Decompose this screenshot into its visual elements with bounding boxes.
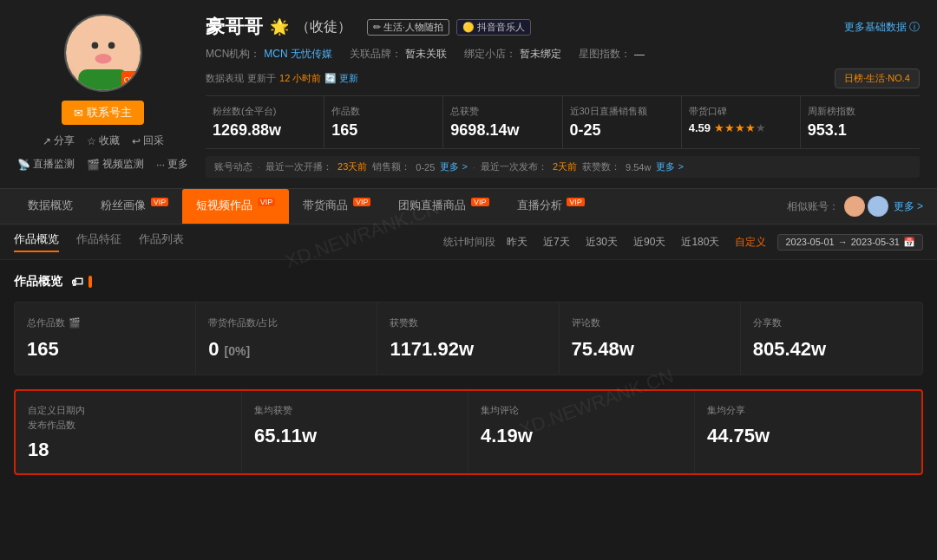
star-rating: ★★★★★ xyxy=(714,121,766,134)
action-links: ↗ 分享 ☆ 收藏 ↩ 回采 xyxy=(43,133,164,148)
share-link[interactable]: ↗ 分享 xyxy=(43,133,75,148)
date-range-picker[interactable]: 2023-05-01 → 2023-05-31 📅 xyxy=(777,234,923,251)
time-btn-90days[interactable]: 近90天 xyxy=(629,233,670,251)
similar-avatar-1[interactable] xyxy=(844,196,865,217)
profile-section: QR ✉ 联系号主 ↗ 分享 ☆ 收藏 ↩ 回采 xyxy=(0,0,937,189)
video-monitor-link[interactable]: 🎬 视频监测 xyxy=(87,157,144,172)
avg-shares-card: 集均分享 44.75w xyxy=(695,391,921,473)
platform-tag: 🟡 抖音音乐人 xyxy=(456,19,531,36)
subnav-overview[interactable]: 作品概览 xyxy=(14,231,59,252)
similar-avatars xyxy=(844,196,888,217)
tab-short-video[interactable]: 短视频作品 VIP xyxy=(182,189,289,224)
custom-date-posts-card: 自定义日期内 发布作品数 18 xyxy=(16,391,242,473)
svg-point-2 xyxy=(108,42,115,49)
bottom-stats-grid: 自定义日期内 发布作品数 18 集均获赞 65.11w 集均评论 4.19w 集… xyxy=(14,389,923,475)
vip-badge: VIP xyxy=(151,198,169,206)
name-badge: 🌟 xyxy=(270,17,289,36)
svg-point-1 xyxy=(91,42,98,49)
contact-host-button[interactable]: ✉ 联系号主 xyxy=(62,101,144,125)
likes-more-link[interactable]: 更多 > xyxy=(656,160,683,173)
time-btn-30days[interactable]: 近30天 xyxy=(581,233,622,251)
tab-data-overview[interactable]: 数据概览 xyxy=(14,189,87,224)
contact-icon: ✉ xyxy=(74,107,83,120)
collect-link[interactable]: ☆ 收藏 xyxy=(87,133,120,148)
data-update-info: 数据表现 更新于 12 小时前 🔄 更新 xyxy=(206,72,358,85)
nav-tabs: 数据概览 粉丝画像 VIP 短视频作品 VIP 带货商品 VIP 团购直播商品 … xyxy=(0,189,937,225)
sales-more-link[interactable]: 更多 > xyxy=(440,160,467,173)
sub-nav-left: 作品概览 作品特征 作品列表 xyxy=(14,231,184,252)
time-btn-180days[interactable]: 近180天 xyxy=(677,233,724,251)
dots-icon: ··· xyxy=(156,159,165,171)
total-works-card: 总作品数 🎬 165 xyxy=(15,303,196,374)
vip-badge-5: VIP xyxy=(567,198,585,206)
carry-works-card: 带货作品数/占比 0 [0%] xyxy=(196,303,377,374)
category-tag: ✏ 生活·人物随拍 xyxy=(367,19,449,36)
live-monitor-link[interactable]: 📡 直播监测 xyxy=(17,157,75,172)
profile-top-row: 豪哥哥 🌟 （收徒） ✏ 生活·人物随拍 🟡 抖音音乐人 更多基础数据 ⓘ xyxy=(206,14,920,40)
refresh-button[interactable]: 🔄 更新 xyxy=(324,72,358,85)
subnav-features[interactable]: 作品特征 xyxy=(76,231,121,252)
vip-badge-4: VIP xyxy=(471,198,489,206)
star-index-item: 星图指数： — xyxy=(579,47,645,62)
tab-live-analysis[interactable]: 直播分析 VIP xyxy=(503,189,599,224)
weekly-index-stat: 周新榜指数 953.1 xyxy=(801,96,920,148)
section-title: 作品概览 🏷 xyxy=(14,274,923,290)
similar-accounts: 相似账号： 更多 > xyxy=(787,196,923,217)
tag-group: ✏ 生活·人物随拍 🟡 抖音音乐人 xyxy=(367,19,531,36)
rank-badge: 日榜·生活·NO.4 xyxy=(835,68,920,88)
video-icon-card: 🎬 xyxy=(69,317,81,329)
avatar: QR xyxy=(64,14,142,92)
works-stat: 作品数 165 xyxy=(324,96,443,148)
account-dynamic: 账号动态 · 最近一次开播： 23天前 销售额： 0-25 更多 > · 最近一… xyxy=(206,156,920,178)
monitor-links: 📡 直播监测 🎬 视频监测 ··· 更多 xyxy=(17,157,188,172)
tab-fans-portrait[interactable]: 粉丝画像 VIP xyxy=(87,189,182,224)
avg-likes-card: 集均获赞 65.11w xyxy=(242,391,468,473)
sub-nav: 作品概览 作品特征 作品列表 统计时间段 昨天 近7天 近30天 近90天 近1… xyxy=(0,225,937,260)
time-btn-7days[interactable]: 近7天 xyxy=(539,233,574,251)
subnav-list[interactable]: 作品列表 xyxy=(139,231,184,252)
svg-point-0 xyxy=(76,23,129,75)
top-stats-grid: 总作品数 🎬 165 带货作品数/占比 0 [0%] 获赞数 1171.92w … xyxy=(14,302,923,375)
back-link[interactable]: ↩ 回采 xyxy=(132,133,164,148)
more-monitor-link[interactable]: ··· 更多 xyxy=(156,157,188,172)
time-btn-yesterday[interactable]: 昨天 xyxy=(502,233,532,251)
shop-item: 绑定小店： 暂未绑定 xyxy=(464,47,561,62)
carry-score-stat: 带货口碑 4.59 ★★★★★ xyxy=(682,96,801,148)
similar-avatar-2[interactable] xyxy=(868,196,888,217)
avg-comments-card: 集均评论 4.19w xyxy=(468,391,695,473)
time-btn-custom[interactable]: 自定义 xyxy=(731,233,770,251)
time-range: 统计时间段 昨天 近7天 近30天 近90天 近180天 自定义 2023-05… xyxy=(443,233,923,251)
stats-row: 粉丝数(全平台) 1269.88w 作品数 165 总获赞 9698.14w 近… xyxy=(206,95,920,149)
qr-badge: QR xyxy=(121,71,139,88)
tab-group-live[interactable]: 团购直播商品 VIP xyxy=(384,189,502,224)
likes-card: 获赞数 1171.92w xyxy=(377,303,559,374)
shares-card: 分享数 805.42w xyxy=(741,303,922,374)
video-icon: 🎬 xyxy=(87,159,100,171)
similar-more-link[interactable]: 更多 > xyxy=(894,199,923,214)
share-icon: ↗ xyxy=(43,135,51,147)
tab-products[interactable]: 带货商品 VIP xyxy=(289,189,384,224)
main-content: 作品概览 🏷 总作品数 🎬 165 带货作品数/占比 0 [0%] 获赞数 xyxy=(0,260,937,489)
vip-badge-2: VIP xyxy=(258,198,276,206)
star-icon: ☆ xyxy=(87,135,96,147)
svg-rect-4 xyxy=(78,69,128,92)
section-icon: 🏷 xyxy=(71,275,83,289)
data-update-row: 数据表现 更新于 12 小时前 🔄 更新 日榜·生活·NO.4 xyxy=(206,68,920,88)
total-likes-stat: 总获赞 9698.14w xyxy=(443,96,562,148)
profile-name-area: 豪哥哥 🌟 （收徒） ✏ 生活·人物随拍 🟡 抖音音乐人 xyxy=(206,14,531,40)
back-icon: ↩ xyxy=(132,135,141,147)
brand-item: 关联品牌： 暂未关联 xyxy=(350,47,447,62)
edit-icon: ✏ xyxy=(373,22,381,33)
profile-info: 豪哥哥 🌟 （收徒） ✏ 生活·人物随拍 🟡 抖音音乐人 更多基础数据 ⓘ xyxy=(206,14,920,178)
profile-name: 豪哥哥 xyxy=(206,14,263,40)
meta-row: MCN机构： MCN 无忧传媒 关联品牌： 暂未关联 绑定小店： 暂未绑定 星图… xyxy=(206,47,920,62)
live-sales-stat: 近30日直播销售额 0-25 xyxy=(563,96,682,148)
fans-stat: 粉丝数(全平台) 1269.88w xyxy=(206,96,324,148)
profile-subtitle: （收徒） xyxy=(296,18,351,36)
avatar-column: QR ✉ 联系号主 ↗ 分享 ☆ 收藏 ↩ 回采 xyxy=(17,14,188,178)
live-icon: 📡 xyxy=(17,159,30,171)
mcn-item: MCN机构： MCN 无忧传媒 xyxy=(206,47,332,62)
more-data-button[interactable]: 更多基础数据 ⓘ xyxy=(844,20,920,35)
vip-badge-3: VIP xyxy=(353,198,371,206)
comments-card: 评论数 75.48w xyxy=(560,303,741,374)
